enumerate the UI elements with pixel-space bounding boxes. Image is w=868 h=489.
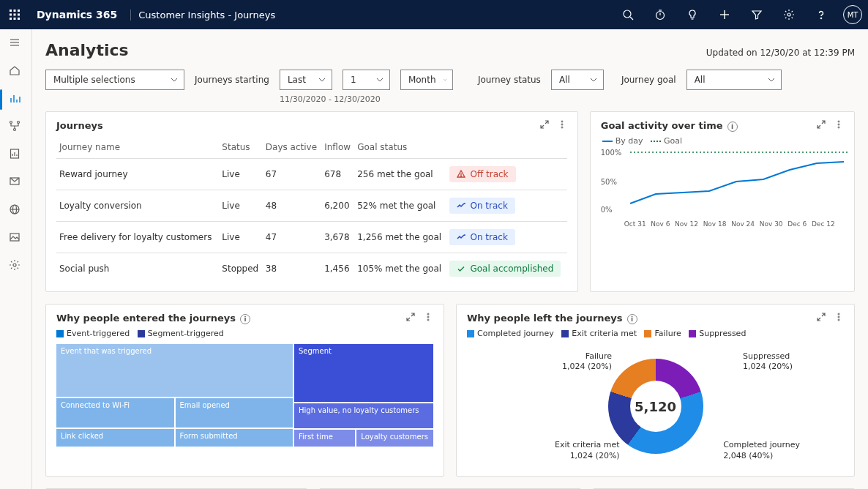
treemap-tile[interactable]: High value, no loyalty customers — [294, 403, 433, 428]
updated-text: Updated on 12/30/20 at 12:39 PM — [706, 48, 855, 58]
expand-icon[interactable] — [405, 312, 416, 324]
expand-icon[interactable] — [816, 312, 826, 324]
status-pill: On track — [449, 198, 515, 214]
more-icon[interactable] — [423, 312, 433, 324]
more-icon[interactable] — [557, 119, 567, 132]
nav-reports-icon[interactable] — [9, 148, 23, 163]
treemap-tile[interactable]: Email opened — [176, 398, 293, 428]
chevron-down-icon — [444, 76, 446, 83]
svg-point-26 — [10, 122, 12, 124]
starting-last-select[interactable]: Last — [280, 70, 332, 90]
nav-hamburger-icon[interactable] — [9, 37, 23, 51]
table-row[interactable]: Loyalty conversionLive486,20052% met the… — [56, 190, 567, 222]
nav-home-icon[interactable] — [9, 64, 23, 79]
global-header: Dynamics 365 Customer Insights - Journey… — [0, 0, 868, 29]
date-range-note: 11/30/2020 - 12/30/2020 — [280, 94, 855, 104]
nav-globe-icon[interactable] — [9, 204, 23, 218]
nav-journeys-icon[interactable] — [9, 120, 23, 135]
goal-legend: By day Goal — [602, 136, 844, 146]
app-name[interactable]: Customer Insights - Journeys — [130, 10, 283, 20]
add-icon[interactable] — [711, 1, 738, 28]
chevron-down-icon — [590, 76, 597, 83]
svg-rect-8 — [18, 18, 20, 20]
svg-point-52 — [838, 316, 839, 318]
app-launcher-icon[interactable] — [6, 6, 23, 23]
starting-unit-select[interactable]: Month — [400, 70, 453, 90]
more-icon[interactable] — [834, 312, 844, 324]
svg-point-18 — [820, 18, 821, 18]
settings-icon[interactable] — [776, 1, 802, 28]
treemap-legend: Event-triggered Segment-triggered — [56, 329, 433, 338]
svg-point-41 — [561, 127, 563, 128]
svg-point-46 — [838, 127, 839, 128]
table-row[interactable]: Social pushStopped381,456105% met the go… — [56, 253, 567, 285]
svg-point-27 — [17, 122, 19, 124]
svg-point-50 — [427, 319, 429, 321]
svg-rect-7 — [14, 18, 16, 20]
svg-rect-2 — [18, 10, 20, 12]
journeys-multiselect[interactable]: Multiple selections — [45, 70, 184, 90]
svg-point-51 — [838, 313, 839, 315]
treemap-tile[interactable]: Form submitted — [176, 429, 293, 447]
svg-point-44 — [838, 121, 839, 122]
journeys-starting-label: Journeys starting — [195, 75, 269, 85]
info-icon[interactable]: i — [727, 122, 738, 132]
goal-activity-card: Goal activity over timei By day Goal 100… — [590, 111, 855, 292]
nav-email-icon[interactable] — [9, 176, 23, 190]
chevron-down-icon — [768, 76, 775, 83]
svg-point-49 — [427, 316, 429, 318]
svg-rect-3 — [10, 14, 12, 16]
chevron-down-icon — [318, 76, 326, 83]
treemap-tile[interactable]: First time — [294, 430, 355, 447]
nav-analytics-icon[interactable] — [9, 92, 23, 107]
why-left-donut: Failure 1,024 (20%) Exit criteria met 1,… — [467, 344, 844, 469]
treemap-tile[interactable]: Loyalty customers — [356, 430, 433, 447]
expand-icon[interactable] — [816, 119, 826, 132]
goal-line-chart: 100% 50% 0% Oct 31 Nov 6 Nov 12 Nov 18 N… — [601, 149, 835, 244]
table-row[interactable]: Free delivery for loyalty customersLive4… — [56, 222, 567, 253]
journey-status-select[interactable]: All — [551, 70, 604, 90]
starting-number-select[interactable]: 1 — [343, 70, 390, 90]
filters-row: Multiple selections Journeys starting La… — [45, 70, 855, 90]
nav-image-icon[interactable] — [9, 231, 23, 246]
more-icon[interactable] — [834, 119, 844, 132]
status-pill: Goal accomplished — [449, 261, 561, 277]
page-title: Analytics — [45, 41, 129, 59]
svg-rect-0 — [10, 10, 12, 12]
treemap-tile[interactable]: Link clicked — [56, 429, 174, 447]
svg-point-48 — [427, 313, 429, 315]
svg-point-28 — [13, 129, 15, 131]
treemap-tile[interactable]: Segment — [294, 344, 433, 402]
help-icon[interactable] — [808, 1, 834, 28]
info-icon[interactable]: i — [240, 314, 250, 324]
left-nav — [0, 29, 32, 489]
why-entered-card: Why people entered the journeysi Event-t… — [45, 304, 444, 477]
journeys-title: Journeys — [56, 120, 103, 131]
lightbulb-icon[interactable] — [679, 1, 706, 28]
search-icon[interactable] — [615, 1, 641, 28]
filter-icon[interactable] — [744, 1, 770, 28]
treemap-tile[interactable]: Connected to Wi-Fi — [56, 398, 174, 428]
timer-icon[interactable] — [647, 1, 673, 28]
journeys-table: Journey name Status Days active Inflow G… — [56, 136, 567, 284]
expand-icon[interactable] — [539, 119, 550, 132]
why-left-card: Why people left the journeysi Completed … — [456, 304, 855, 477]
svg-point-43 — [461, 176, 462, 176]
table-row[interactable]: Reward journeyLive67678256 met the goalO… — [56, 159, 567, 190]
goal-activity-title: Goal activity over timei — [601, 120, 738, 132]
nav-settings-icon[interactable] — [9, 259, 23, 274]
journey-goal-select[interactable]: All — [686, 70, 782, 90]
treemap-tile[interactable]: Event that was triggered — [56, 344, 293, 397]
svg-point-17 — [787, 13, 790, 16]
brand-name[interactable]: Dynamics 365 — [29, 9, 124, 20]
goal-xaxis: Oct 31 Nov 6 Nov 12 Nov 18 Nov 24 Nov 30… — [601, 220, 835, 228]
svg-rect-37 — [10, 234, 19, 241]
svg-point-45 — [838, 124, 839, 125]
info-icon[interactable]: i — [627, 314, 637, 324]
main-content: Analytics Updated on 12/30/20 at 12:39 P… — [32, 29, 868, 489]
svg-rect-5 — [18, 14, 20, 16]
user-avatar[interactable]: MT — [843, 5, 862, 24]
svg-rect-4 — [14, 14, 16, 16]
multiselect-value: Multiple selections — [53, 75, 135, 85]
svg-point-53 — [838, 319, 839, 321]
